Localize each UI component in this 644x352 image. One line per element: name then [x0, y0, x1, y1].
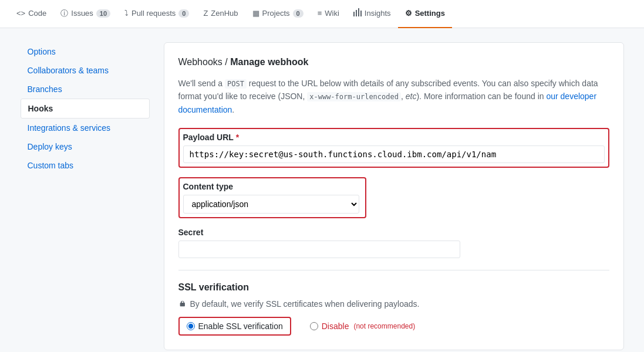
issues-badge: 10: [96, 9, 110, 18]
sidebar: Options Collaborators & teams Branches H…: [21, 42, 150, 350]
ssl-title: SSL verification: [178, 282, 609, 293]
content-type-section: Content type application/json applicatio…: [178, 177, 366, 218]
tab-zenhub[interactable]: Z ZenHub: [196, 0, 245, 28]
main-layout: Options Collaborators & teams Branches H…: [11, 28, 633, 352]
ssl-disable-option[interactable]: Disable (not recommended): [303, 318, 422, 334]
tab-settings[interactable]: ⚙ Settings: [398, 0, 452, 28]
svg-rect-3: [360, 11, 362, 16]
ssl-enable-option[interactable]: Enable SSL verification: [178, 317, 291, 336]
webhook-description: We'll send a POST request to the URL bel…: [178, 77, 609, 116]
settings-icon: ⚙: [405, 9, 412, 18]
payload-url-label: Payload URL *: [183, 133, 605, 142]
tab-issues[interactable]: ⓘ Issues 10: [53, 0, 117, 28]
projects-icon: ▦: [252, 9, 259, 18]
ssl-enable-label: Enable SSL verification: [198, 321, 283, 331]
sidebar-item-options[interactable]: Options: [21, 42, 150, 61]
code-icon: <>: [16, 9, 25, 18]
tab-code[interactable]: <> Code: [9, 0, 53, 28]
breadcrumb-current: Manage webhook: [230, 57, 308, 67]
ssl-disable-radio[interactable]: [310, 322, 318, 330]
tab-wiki[interactable]: ≡ Wiki: [311, 0, 346, 28]
not-recommended-text: (not recommended): [353, 322, 415, 330]
zenhub-icon: Z: [203, 9, 208, 18]
secret-input[interactable]: [178, 241, 460, 258]
sidebar-item-custom-tabs[interactable]: Custom tabs: [21, 156, 150, 175]
wiki-icon: ≡: [318, 9, 322, 18]
breadcrumb: Webhooks / Manage webhook: [178, 57, 609, 67]
lock-icon: [178, 299, 187, 309]
svg-rect-1: [356, 10, 357, 16]
sidebar-item-collaborators[interactable]: Collaborators & teams: [21, 61, 150, 80]
secret-label: Secret: [178, 228, 609, 237]
payload-url-input[interactable]: [183, 145, 605, 163]
sidebar-item-branches[interactable]: Branches: [21, 80, 150, 99]
sidebar-item-deploy-keys[interactable]: Deploy keys: [21, 137, 150, 156]
ssl-section: SSL verification By default, we verify S…: [178, 282, 609, 336]
top-nav: <> Code ⓘ Issues 10 ⤵ Pull requests 0 Z …: [0, 0, 644, 28]
secret-section: Secret: [178, 228, 609, 258]
projects-badge: 0: [293, 9, 304, 18]
ssl-description: By default, we verify SSL certificates w…: [178, 299, 609, 309]
section-divider: [178, 270, 609, 270]
content-type-select[interactable]: application/json application/x-www-form-…: [183, 195, 359, 214]
content-type-label: Content type: [183, 182, 362, 191]
pull-requests-icon: ⤵: [124, 9, 129, 18]
svg-rect-2: [358, 8, 359, 16]
sidebar-item-hooks[interactable]: Hooks: [21, 99, 150, 119]
insights-icon: [353, 8, 362, 18]
required-indicator: *: [236, 133, 239, 142]
breadcrumb-parent: Webhooks: [178, 57, 222, 67]
svg-rect-0: [353, 12, 355, 16]
tab-insights[interactable]: Insights: [346, 0, 398, 28]
breadcrumb-separator: /: [225, 57, 230, 67]
tab-projects[interactable]: ▦ Projects 0: [245, 0, 311, 28]
issues-icon: ⓘ: [60, 8, 68, 19]
ssl-options: Enable SSL verification Disable (not rec…: [178, 317, 609, 336]
ssl-disable-label: Disable: [322, 321, 349, 331]
tab-pull-requests[interactable]: ⤵ Pull requests 0: [117, 0, 196, 28]
ssl-enable-radio[interactable]: [187, 322, 195, 330]
payload-url-section: Payload URL *: [178, 128, 609, 168]
content-area: Webhooks / Manage webhook We'll send a P…: [164, 42, 624, 350]
sidebar-item-integrations[interactable]: Integrations & services: [21, 119, 150, 137]
pr-badge: 0: [178, 9, 189, 18]
